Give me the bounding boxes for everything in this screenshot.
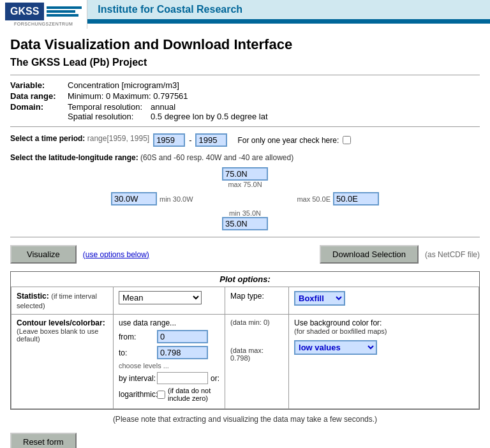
interval-input[interactable] (157, 372, 208, 384)
south-row: min 35.0N (111, 209, 379, 230)
latlon-grid: max 75.0N min 30.0W max 50.0E min 35.0N (111, 167, 379, 230)
notes-cell: (data min: 0) (data max: 0.798) (225, 315, 289, 409)
logo-box: GKSS (5, 3, 44, 20)
variable-value: Concentration [microgram/m3] (68, 80, 480, 90)
visualize-button[interactable]: Visualize (10, 245, 77, 264)
header-right: Institute for Coastal Research (87, 0, 490, 29)
contour-inputs-cell: use data range... from: to: choose level… (114, 315, 225, 409)
divider-2 (10, 126, 480, 127)
time-period-section: Select a time period: range[1959, 1995] … (10, 133, 480, 147)
time-range-hint: range[1959, 1995] (87, 134, 149, 143)
time-row: Select a time period: range[1959, 1995] … (10, 133, 480, 147)
west-min-label: min 30.0W (160, 195, 193, 203)
domain-values: Temporal resolution: annual Spatial reso… (68, 102, 480, 121)
sub-title: The GKSS Lead (Pb) Project (10, 57, 480, 68)
data-range-row: Data range: Minimum: 0 Maximum: 0.797561 (10, 91, 480, 101)
page-content: Data Visualization and Download Interfac… (0, 29, 490, 448)
plot-options-table: Statistic: (if time interval selected) M… (11, 287, 479, 409)
spatial-label: Spatial resolution: (68, 112, 151, 121)
west-group: min 30.0W (111, 192, 193, 205)
spatial-row: Spatial resolution: 0.5 degree lon by 0.… (68, 112, 480, 121)
contour-label-cell: Contour levels/colorbar: (Leave boxes bl… (11, 315, 114, 409)
bg-color-sub: (for shaded or boxfilled maps) (294, 327, 473, 335)
logo-bar2 (47, 10, 75, 13)
to-row: to: (119, 346, 219, 359)
data-min-note: (data min: 0) (230, 318, 283, 326)
domain-label: Domain: (10, 102, 68, 121)
maptype-label: Map type: (230, 292, 264, 301)
data-range-value: Minimum: 0 Maximum: 0.797561 (68, 91, 480, 101)
bg-color-cell: Use background color for: (for shaded or… (289, 315, 479, 409)
variable-label: Variable: (10, 80, 68, 90)
data-max-note: (data max: 0.798) (230, 347, 283, 362)
maptype-select[interactable]: Boxfill Shaded Contour (294, 291, 345, 306)
contour-sub: (Leave boxes blank to use default) (17, 327, 108, 343)
contour-label: Contour levels/colorbar: (17, 318, 108, 327)
logo-subtitle: FORSCHUNGSZENTRUM (14, 22, 73, 26)
plot-options-row1: Statistic: (if time interval selected) M… (11, 287, 479, 315)
east-max-label: max 50.0E (297, 195, 330, 203)
maptype-label-cell: Map type: (225, 287, 289, 315)
bg-color-select-wrapper: low values high values none (294, 340, 473, 355)
north-input[interactable] (222, 167, 268, 181)
reset-button[interactable]: Reset form (10, 433, 77, 448)
latlon-label: Select the latitude-longitude range: (60… (10, 153, 480, 162)
as-netcdf-label: (as NetCDF file) (425, 250, 480, 259)
logo-bars (47, 6, 82, 17)
reset-row: Reset form (10, 433, 480, 448)
by-interval-label: by interval: (119, 374, 157, 383)
from-row: from: (119, 330, 219, 343)
west-input[interactable] (111, 192, 157, 205)
one-year-label: For only one year check here: (237, 136, 339, 145)
bg-color-label: Use background color for: (294, 318, 473, 327)
logo-section: GKSS FORSCHUNGSZENTRUM (0, 0, 87, 29)
divider-1 (10, 75, 480, 75)
time-dash: - (189, 135, 191, 145)
interval-row: by interval: or: (119, 372, 219, 384)
bg-color-select[interactable]: low values high values none (294, 340, 377, 355)
main-title: Data Visualization and Download Interfac… (10, 36, 480, 53)
page-header: GKSS FORSCHUNGSZENTRUM Institute for Coa… (0, 0, 490, 29)
temporal-label: Temporal resolution: (68, 102, 151, 112)
logo-bar1 (47, 6, 82, 9)
north-row: max 75.0N (111, 167, 379, 188)
data-range-label: Data range: (10, 91, 68, 101)
statistic-select[interactable]: Mean Max Min StdDev (119, 291, 202, 304)
download-button[interactable]: Download Selection (320, 245, 419, 264)
east-group: max 50.0E (297, 192, 379, 205)
middle-row: min 30.0W max 50.0E (111, 192, 379, 205)
to-label: to: (119, 348, 157, 357)
domain-row: Domain: Temporal resolution: annual Spat… (10, 102, 480, 121)
time-period-label: Select a time period: range[1959, 1995] (10, 134, 149, 143)
temporal-row: Temporal resolution: annual (68, 102, 480, 112)
logarithmic-checkbox[interactable] (157, 391, 165, 399)
choose-levels: choose levels ... (119, 362, 219, 370)
maptype-select-cell: Boxfill Shaded Contour (289, 287, 479, 315)
logo-bar3 (47, 14, 78, 17)
or-label: or: (211, 374, 219, 383)
east-input[interactable] (333, 192, 379, 205)
institute-title: Institute for Coastal Research (98, 4, 242, 15)
time-to-input[interactable] (195, 133, 227, 147)
plot-options-row2: Contour levels/colorbar: (Leave boxes bl… (11, 315, 479, 409)
log-note: (if data do not include zero) (168, 387, 219, 402)
logarithmic-label: logarithmic: (119, 390, 157, 399)
spatial-value: 0.5 degree lon by 0.5 degree lat (151, 112, 268, 121)
divider-3 (10, 237, 480, 237)
statistic-label: Statistic: (17, 292, 49, 301)
south-input[interactable] (222, 217, 268, 230)
use-options-link[interactable]: (use options below) (83, 250, 149, 259)
latlon-hint: (60S and -60 resp. 40W and -40 are allow… (140, 153, 293, 162)
one-year-checkbox[interactable] (343, 136, 351, 144)
from-input[interactable] (157, 330, 208, 343)
statistic-select-cell: Mean Max Min StdDev (114, 287, 225, 315)
plot-options-title: Plot options: (11, 272, 479, 287)
temporal-value: annual (151, 102, 175, 112)
info-section: Variable: Concentration [microgram/m3] D… (10, 80, 480, 121)
institute-bar: Institute for Coastal Research (87, 0, 490, 21)
buttons-row: Visualize (use options below) Download S… (10, 245, 480, 264)
to-input[interactable] (157, 346, 208, 359)
south-min-label: min 35.0N (111, 209, 379, 217)
time-from-input[interactable] (153, 133, 185, 147)
statistic-cell: Statistic: (if time interval selected) (11, 287, 114, 315)
